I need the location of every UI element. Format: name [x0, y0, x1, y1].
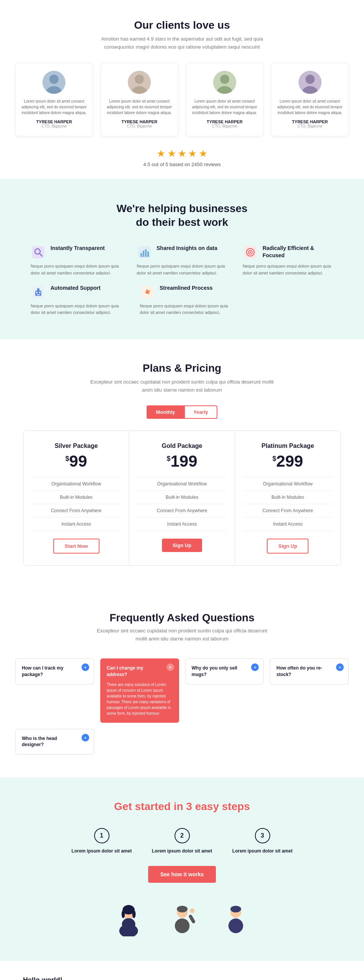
chart-icon: [137, 245, 152, 260]
feature-item-5: Streamlined Process Neque porro quisquam…: [140, 284, 233, 316]
avatar-1: [42, 71, 65, 94]
star-4: ★: [188, 148, 197, 159]
pricing-section: Plans & Pricing Excepteur sint occaec cu…: [0, 339, 364, 589]
step-text-1: Lorem ipsum dolor sit amet: [67, 848, 136, 854]
testimonial-text-1: Lorem ipsum dolor sit amet consect adipi…: [21, 98, 87, 116]
pricing-title: Plans & Pricing: [23, 362, 341, 374]
svg-point-10: [305, 75, 315, 84]
feature-header-5: Streamlined Process: [140, 284, 233, 300]
svg-point-27: [36, 292, 38, 293]
svg-rect-18: [145, 249, 147, 257]
features-grid-bottom: Automated Support Neque porro quisquam e…: [31, 284, 233, 316]
faq-expand-1[interactable]: +: [82, 663, 89, 671]
see-how-btn[interactable]: See how it works: [148, 866, 216, 883]
svg-rect-26: [37, 288, 39, 291]
svg-point-41: [175, 918, 189, 933]
testimonials-section: Our clients love us Ainotion has earned …: [0, 0, 364, 179]
get-started-title-plain: Get started in: [114, 800, 186, 812]
testimonials-grid: Lorem ipsum dolor sit amet consect adipi…: [15, 63, 349, 136]
gold-price: $199: [137, 453, 227, 469]
avatars-row: [15, 902, 349, 938]
pricing-toggle: Monthly Yearly: [23, 405, 341, 419]
faq-answer-2: There are many solutions of Lorem ipsum …: [107, 682, 173, 716]
silver-cta-btn[interactable]: Start Now: [53, 539, 100, 554]
gear-icon: [140, 284, 155, 300]
feature-header-1: Instantly Transparent: [31, 245, 121, 260]
svg-rect-16: [140, 253, 142, 257]
features-grid-top: Instantly Transparent Neque porro quisqu…: [31, 245, 333, 276]
svg-point-37: [121, 910, 125, 918]
faq-expand-3[interactable]: +: [251, 663, 259, 671]
faq-grid: How can I track my package? + Can I chan…: [15, 658, 349, 755]
svg-point-1: [49, 75, 59, 84]
stars-container: ★ ★ ★ ★ ★: [15, 148, 349, 160]
step-number-2: 2: [175, 828, 190, 843]
step-text-3: Lorem ipsum dolor sit amet: [228, 848, 297, 854]
gold-feature-1: Organisational Workflow: [137, 477, 227, 491]
faq-item-1: How can I track my package? +: [15, 658, 94, 684]
svg-point-35: [122, 918, 135, 930]
testimonials-title: Our clients love us: [15, 19, 349, 31]
silver-feature-1: Organisational Workflow: [31, 477, 121, 491]
platinum-package-name: Platinum Package: [243, 443, 333, 449]
faq-expand-4[interactable]: +: [336, 663, 344, 671]
silver-feature-2: Built-in Modules: [31, 491, 121, 504]
gold-feature-3: Connect From Anywhere: [137, 504, 227, 518]
blog-section: Hello world! May 17, 2018 | Uncategorize…: [0, 961, 364, 980]
feature-header-3: Radically Efficient & Focused: [243, 245, 333, 260]
get-started-title: Get started in 3 easy steps: [15, 800, 349, 813]
silver-price: $99: [31, 453, 121, 469]
gold-feature-4: Instant Access: [137, 518, 227, 531]
feature-title-1: Instantly Transparent: [51, 245, 105, 252]
step-number-3: 3: [255, 828, 270, 843]
get-started-title-highlight: 3 easy steps: [186, 800, 250, 812]
avatar-figure-1: [113, 902, 144, 938]
testimonial-card-4: Lorem ipsum dolor sit amet consect adipi…: [271, 63, 349, 136]
faq-item-3: Why do you only sell mugs? +: [185, 658, 264, 684]
silver-features: Organisational Workflow Built-in Modules…: [31, 477, 121, 531]
faq-expand-2[interactable]: ×: [166, 663, 174, 671]
rating-text: 4.5 out of 5 based on 2450 reviews: [15, 162, 349, 167]
testimonial-role-4: CTO, Bigacme: [277, 124, 343, 128]
svg-point-38: [132, 910, 135, 918]
feature-title-5: Streamlined Process: [160, 284, 213, 291]
feature-item-4: Automated Support Neque porro quisquam e…: [31, 284, 124, 316]
feature-title-3: Radically Efficient & Focused: [263, 245, 333, 258]
monthly-toggle-btn[interactable]: Monthly: [147, 405, 184, 419]
faq-title: Frequently Asked Questions: [15, 612, 349, 624]
search-icon: [31, 245, 46, 260]
platinum-feature-4: Instant Access: [243, 518, 333, 531]
faq-question-5: Who is the head designer?: [22, 735, 88, 748]
svg-point-45: [230, 906, 241, 913]
testimonial-name-2: TYRESE HARPER: [107, 119, 172, 124]
gold-cta-btn[interactable]: Sign Up: [162, 539, 202, 552]
avatar-4: [299, 71, 322, 94]
feature-desc-4: Neque porro quisquam esqui dolom ipsum q…: [31, 303, 124, 316]
svg-point-28: [39, 292, 41, 293]
platinum-cta-btn[interactable]: Sign Up: [267, 539, 309, 554]
step-text-2: Lorem ipsum dolor sit amet: [148, 848, 217, 854]
steps-grid: 1 Lorem ipsum dolor sit amet 2 Lorem ips…: [67, 828, 297, 854]
star-3: ★: [178, 148, 186, 159]
faq-expand-5[interactable]: +: [82, 734, 89, 742]
avatar-figure-2: [167, 902, 198, 938]
silver-package: Silver Package $99 Organisational Workfl…: [23, 431, 129, 565]
feature-desc-5: Neque porro quisquam esqui dolom ipsum q…: [140, 303, 233, 316]
yearly-toggle-btn[interactable]: Yearly: [184, 405, 217, 419]
robot-icon: [31, 284, 46, 300]
star-5: ★: [199, 148, 207, 159]
gold-package: Gold Package $199 Organisational Workflo…: [129, 431, 235, 565]
testimonial-name-1: TYRESE HARPER: [21, 119, 87, 124]
testimonial-text-3: Lorem ipsum dolor sit amet consect adipi…: [192, 98, 258, 116]
svg-point-7: [220, 75, 229, 84]
gold-package-name: Gold Package: [137, 443, 227, 449]
platinum-features: Organisational Workflow Built-in Modules…: [243, 477, 333, 531]
gold-feature-2: Built-in Modules: [137, 491, 227, 504]
step-item-3: 3 Lorem ipsum dolor sit amet: [228, 828, 297, 854]
faq-question-2: Can I change my address?: [107, 665, 173, 678]
pricing-subtitle: Excepteur sint occaec cupidatat non proi…: [87, 378, 278, 394]
platinum-feature-1: Organisational Workflow: [243, 477, 333, 491]
faq-item-4: How often do you re-stock? +: [270, 658, 349, 684]
testimonial-role-2: CTO, Bigacme: [107, 124, 172, 128]
feature-desc-1: Neque porro quisquam esqui dolom ipsum q…: [31, 263, 121, 276]
